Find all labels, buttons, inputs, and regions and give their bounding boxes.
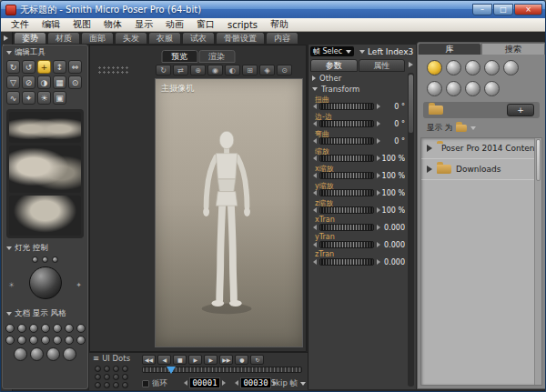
create-light-icon[interactable]: ☀	[8, 281, 15, 289]
ui-dot[interactable]	[104, 382, 110, 388]
params-tab[interactable]: 属性	[359, 59, 406, 72]
menu-item[interactable]: 显示	[128, 18, 159, 31]
ui-dot[interactable]	[95, 382, 101, 388]
preview-viewport[interactable]: 主摄像机	[155, 78, 303, 347]
ui-dot[interactable]	[113, 366, 119, 372]
display-style-button[interactable]	[29, 324, 38, 333]
ui-dot[interactable]	[122, 382, 128, 388]
skip-frames-toggle[interactable]: Skip 帧	[271, 378, 306, 389]
dial-increment-arrow-icon[interactable]	[377, 138, 380, 144]
taper-tool-icon[interactable]: ▽	[6, 75, 20, 89]
face-camera-preview[interactable]	[9, 146, 81, 193]
library-category-button[interactable]	[427, 81, 442, 96]
dial-increment-arrow-icon[interactable]	[377, 104, 380, 109]
library-category-button[interactable]	[465, 60, 480, 75]
parameter-dial[interactable]: 缩放 100 %	[310, 146, 405, 164]
dial-decrement-arrow-icon[interactable]	[313, 138, 317, 144]
parameter-dial[interactable]: z缩放 100 %	[310, 198, 405, 216]
room-tab[interactable]: 试衣	[182, 32, 215, 44]
dial-decrement-arrow-icon[interactable]	[313, 104, 317, 109]
light-tool-icon[interactable]: ☀	[37, 91, 51, 105]
dial-increment-arrow-icon[interactable]	[377, 242, 380, 247]
parameter-dial[interactable]: xTran 0.000	[310, 216, 405, 233]
loop-toggle[interactable]: 循环	[142, 378, 167, 389]
twist-tool-icon[interactable]: ↺	[22, 60, 35, 74]
ui-dot[interactable]	[122, 366, 128, 372]
library-tab[interactable]: 库	[418, 43, 481, 55]
dial-value[interactable]: 0 °	[394, 137, 405, 146]
dial-value[interactable]: 0.000	[384, 224, 405, 232]
display-style-button[interactable]	[30, 347, 44, 361]
display-style-button[interactable]	[41, 324, 50, 333]
folder-icon[interactable]	[429, 106, 443, 115]
dial-slider[interactable]	[319, 155, 374, 162]
minimize-button[interactable]: –	[472, 4, 492, 15]
dial-increment-arrow-icon[interactable]	[377, 121, 380, 126]
record-button[interactable]: ●	[235, 355, 248, 365]
tab-overflow-arrow-icon[interactable]	[409, 62, 413, 67]
ui-dot[interactable]	[95, 366, 101, 372]
chain-break-tool-icon[interactable]: ⊘	[22, 75, 35, 89]
current-frame-counter[interactable]: 00001	[189, 377, 220, 388]
timeline-track[interactable]	[142, 367, 302, 373]
scale-tool-icon[interactable]: ⇔	[68, 60, 82, 74]
dial-decrement-arrow-icon[interactable]	[313, 259, 317, 265]
library-category-button[interactable]	[484, 60, 500, 75]
mannequin-figure[interactable]	[156, 79, 302, 347]
frame-decrement-arrow-icon[interactable]	[184, 380, 187, 386]
light-indicator[interactable]	[42, 256, 48, 263]
light-properties-icon[interactable]: ✦	[76, 281, 82, 289]
section-transform[interactable]: Transform	[310, 84, 405, 95]
dial-value[interactable]: 100 %	[382, 155, 405, 163]
ui-dots-header[interactable]: ≡ UI Dots	[93, 354, 130, 363]
parameter-dial[interactable]: zTran 0.000	[310, 250, 405, 267]
dial-slider[interactable]	[319, 258, 374, 266]
display-style-button[interactable]	[46, 347, 60, 361]
dial-value[interactable]: 0.000	[384, 258, 405, 266]
previous-frame-button[interactable]: ◀	[157, 355, 171, 365]
expand-arrow-icon[interactable]	[427, 145, 432, 152]
titlebar[interactable]: 无标题的 - Smith Micro Poser Pro (64-bit) – …	[1, 1, 545, 18]
camera-tool-icon[interactable]: ▣	[53, 91, 66, 105]
add-figure-button[interactable]: +	[507, 104, 534, 116]
dial-decrement-arrow-icon[interactable]	[313, 242, 317, 247]
playhead-marker[interactable]	[167, 367, 176, 374]
dial-value[interactable]: 100 %	[382, 172, 405, 180]
display-style-button[interactable]	[17, 336, 26, 345]
dial-slider[interactable]	[319, 206, 374, 214]
loop-checkbox[interactable]	[142, 380, 149, 387]
dial-decrement-arrow-icon[interactable]	[313, 190, 317, 196]
display-style-button[interactable]	[53, 324, 62, 333]
dolly-camera-icon[interactable]: ⊕	[190, 65, 206, 75]
parameter-dial[interactable]: yTran 0.000	[310, 233, 405, 250]
body-camera-preview[interactable]	[9, 196, 81, 236]
library-category-button[interactable]	[465, 81, 480, 96]
params-scrollbar[interactable]	[408, 73, 414, 387]
display-style-button[interactable]	[76, 324, 86, 333]
scrollbar-thumb[interactable]	[536, 139, 541, 181]
ui-dot[interactable]	[113, 382, 119, 388]
translate-inout-tool-icon[interactable]: ↕	[53, 60, 66, 74]
dial-decrement-arrow-icon[interactable]	[313, 156, 317, 161]
play-button[interactable]: ▶	[188, 355, 202, 365]
ui-dot[interactable]	[113, 374, 119, 380]
translate-pull-tool-icon[interactable]: +	[37, 60, 51, 74]
room-tab[interactable]: 头发	[115, 32, 147, 44]
expand-arrow-icon[interactable]	[427, 166, 432, 173]
grouping-tool-icon[interactable]: ▦	[53, 75, 66, 89]
light-trackball[interactable]	[29, 266, 62, 299]
display-style-button[interactable]	[65, 336, 74, 345]
display-style-button[interactable]	[63, 347, 76, 361]
dial-increment-arrow-icon[interactable]	[377, 207, 380, 213]
zoom-camera-icon[interactable]: ⊙	[277, 65, 292, 75]
menu-item[interactable]: 文件	[5, 18, 35, 31]
library-scrollbar[interactable]	[534, 138, 541, 385]
next-frame-button[interactable]: ▶	[204, 355, 217, 365]
ui-dot[interactable]	[122, 374, 128, 380]
menu-item[interactable]: scripts	[221, 20, 264, 30]
loop-playback-button[interactable]: ↻	[250, 355, 264, 365]
display-style-button[interactable]	[17, 324, 26, 333]
palette-grip[interactable]	[97, 65, 128, 74]
maximize-button[interactable]: □	[493, 4, 513, 15]
display-styles-header[interactable]: 文档 显示 风格	[3, 307, 87, 321]
